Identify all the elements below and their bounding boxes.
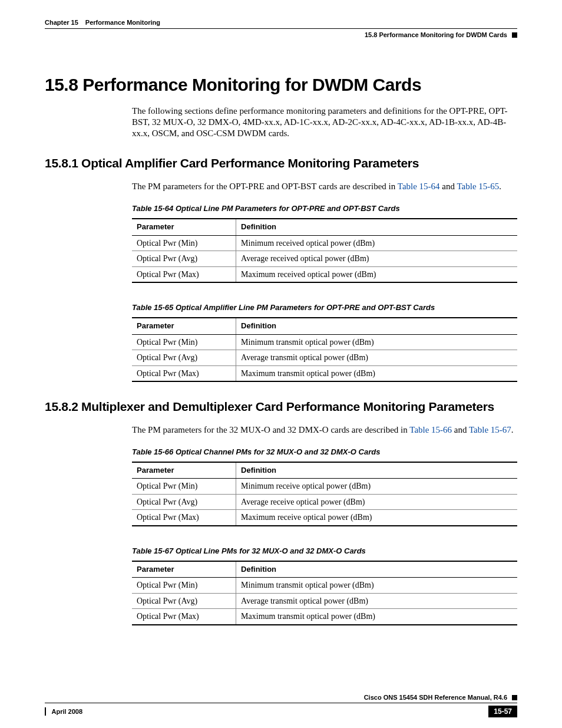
table-15-64: Parameter Definition Optical Pwr (Min)Mi… xyxy=(132,218,517,283)
table-row: Optical Pwr (Min)Minimum receive optical… xyxy=(132,479,517,495)
chapter-label: Chapter 15 xyxy=(45,19,78,26)
table-row: Optical Pwr (Max)Maximum transmit optica… xyxy=(132,365,517,381)
s1-text-post: . xyxy=(499,182,501,191)
table-15-66: Parameter Definition Optical Pwr (Min)Mi… xyxy=(132,462,517,526)
col-parameter: Parameter xyxy=(132,318,236,334)
table-header-row: Parameter Definition xyxy=(132,462,517,479)
cell-param: Optical Pwr (Min) xyxy=(132,334,236,350)
cell-def: Average receive optical power (dBm) xyxy=(236,494,517,510)
footer-marker-icon xyxy=(512,695,517,700)
col-parameter: Parameter xyxy=(132,219,236,235)
s1-paragraph: The PM parameters for the OPT-PRE and OP… xyxy=(132,181,517,192)
cell-param: Optical Pwr (Min) xyxy=(132,578,236,594)
cell-param: Optical Pwr (Max) xyxy=(132,510,236,526)
table-15-65-caption: Table 15-65 Optical Amplifier Line PM Pa… xyxy=(132,303,517,312)
col-definition: Definition xyxy=(236,318,517,334)
col-parameter: Parameter xyxy=(132,462,236,479)
col-definition: Definition xyxy=(236,561,517,578)
table-header-row: Parameter Definition xyxy=(132,219,517,235)
table-row: Optical Pwr (Min)Minimum transmit optica… xyxy=(132,578,517,594)
table-row: Optical Pwr (Avg)Average received optica… xyxy=(132,251,517,267)
s2-text-mid: and xyxy=(452,425,469,434)
table-row: Optical Pwr (Avg)Average receive optical… xyxy=(132,494,517,510)
footer-rule-icon xyxy=(45,707,46,716)
s2-text-post: . xyxy=(511,425,514,434)
chapter-title: Performance Monitoring xyxy=(85,19,160,26)
table-row: Optical Pwr (Max)Maximum transmit optica… xyxy=(132,609,517,625)
running-head: Chapter 15 Performance Monitoring xyxy=(45,19,517,29)
header-marker-icon xyxy=(512,32,517,38)
page-number: 15-57 xyxy=(488,706,517,717)
cell-param: Optical Pwr (Avg) xyxy=(132,593,236,609)
cell-def: Maximum transmit optical power (dBm) xyxy=(236,609,517,625)
table-15-64-caption: Table 15-64 Optical Line PM Parameters f… xyxy=(132,204,517,213)
cell-param: Optical Pwr (Min) xyxy=(132,235,236,251)
table-15-67: Parameter Definition Optical Pwr (Min)Mi… xyxy=(132,561,517,625)
table-row: Optical Pwr (Min)Minimum received optica… xyxy=(132,235,517,251)
cell-def: Minimum received optical power (dBm) xyxy=(236,235,517,251)
s2-paragraph: The PM parameters for the 32 MUX-O and 3… xyxy=(132,424,517,436)
subsection-heading-15-8-1: 15.8.1 Optical Amplifier Card Performanc… xyxy=(45,156,517,170)
section-heading-15-8: 15.8 Performance Monitoring for DWDM Car… xyxy=(45,75,517,95)
link-table-15-67[interactable]: Table 15-67 xyxy=(469,425,511,434)
cell-param: Optical Pwr (Avg) xyxy=(132,494,236,510)
s1-text-mid: and xyxy=(440,182,457,191)
cell-param: Optical Pwr (Max) xyxy=(132,365,236,381)
section-path: 15.8 Performance Monitoring for DWDM Car… xyxy=(365,31,507,38)
link-table-15-65[interactable]: Table 15-65 xyxy=(457,182,500,191)
cell-param: Optical Pwr (Min) xyxy=(132,479,236,495)
cell-param: Optical Pwr (Avg) xyxy=(132,251,236,267)
cell-def: Maximum receive optical power (dBm) xyxy=(236,510,517,526)
table-15-67-caption: Table 15-67 Optical Line PMs for 32 MUX-… xyxy=(132,546,517,556)
cell-param: Optical Pwr (Max) xyxy=(132,266,236,282)
link-table-15-66[interactable]: Table 15-66 xyxy=(409,425,452,434)
col-parameter: Parameter xyxy=(132,561,236,578)
cell-param: Optical Pwr (Avg) xyxy=(132,350,236,366)
page-footer: Cisco ONS 15454 SDH Reference Manual, R4… xyxy=(45,694,517,717)
subsection-heading-15-8-2: 15.8.2 Multiplexer and Demultiplexer Car… xyxy=(45,400,517,414)
table-row: Optical Pwr (Max)Maximum receive optical… xyxy=(132,510,517,526)
cell-param: Optical Pwr (Max) xyxy=(132,609,236,625)
table-header-row: Parameter Definition xyxy=(132,561,517,578)
cell-def: Minimum transmit optical power (dBm) xyxy=(236,578,517,594)
cell-def: Average transmit optical power (dBm) xyxy=(236,593,517,609)
s2-text-pre: The PM parameters for the 32 MUX-O and 3… xyxy=(132,425,409,434)
table-row: Optical Pwr (Avg)Average transmit optica… xyxy=(132,350,517,366)
cell-def: Average transmit optical power (dBm) xyxy=(236,350,517,366)
cell-def: Average received optical power (dBm) xyxy=(236,251,517,267)
footer-date: April 2008 xyxy=(52,708,83,715)
link-table-15-64[interactable]: Table 15-64 xyxy=(398,182,440,191)
table-15-65: Parameter Definition Optical Pwr (Min)Mi… xyxy=(132,317,517,382)
cell-def: Minimum receive optical power (dBm) xyxy=(236,479,517,495)
col-definition: Definition xyxy=(236,462,517,479)
col-definition: Definition xyxy=(236,219,517,235)
table-row: Optical Pwr (Avg)Average transmit optica… xyxy=(132,593,517,609)
cell-def: Maximum transmit optical power (dBm) xyxy=(236,365,517,381)
table-row: Optical Pwr (Min)Minimum transmit optica… xyxy=(132,334,517,350)
s1-text-pre: The PM parameters for the OPT-PRE and OP… xyxy=(132,182,398,191)
table-15-66-caption: Table 15-66 Optical Channel PMs for 32 M… xyxy=(132,447,517,457)
table-row: Optical Pwr (Max)Maximum received optica… xyxy=(132,266,517,282)
cell-def: Minimum transmit optical power (dBm) xyxy=(236,334,517,350)
table-header-row: Parameter Definition xyxy=(132,318,517,334)
cell-def: Maximum received optical power (dBm) xyxy=(236,266,517,282)
intro-paragraph: The following sections define performanc… xyxy=(132,106,517,139)
manual-title: Cisco ONS 15454 SDH Reference Manual, R4… xyxy=(364,694,507,701)
